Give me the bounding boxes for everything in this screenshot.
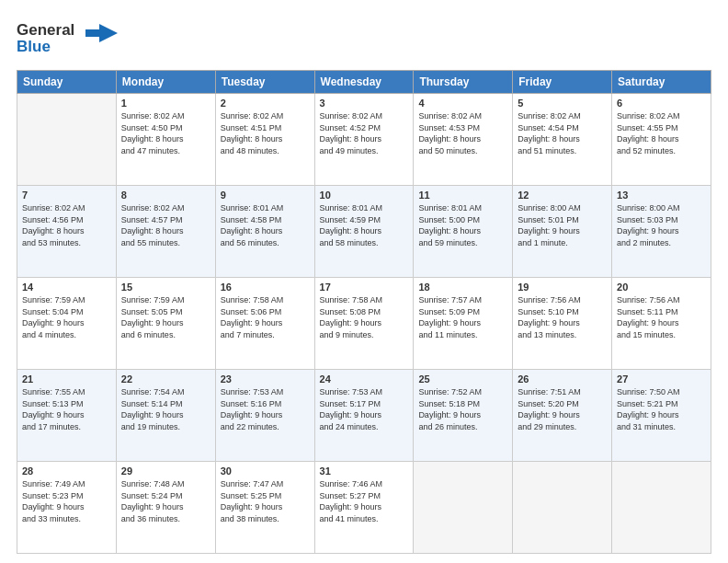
calendar-cell: 26Sunrise: 7:51 AMSunset: 5:20 PMDayligh… (513, 370, 612, 462)
calendar-cell: 29Sunrise: 7:48 AMSunset: 5:24 PMDayligh… (116, 462, 215, 554)
day-number: 6 (617, 98, 706, 109)
day-info: Sunrise: 8:02 AMSunset: 4:57 PMDaylight:… (121, 202, 210, 248)
calendar-cell: 24Sunrise: 7:53 AMSunset: 5:17 PMDayligh… (314, 370, 414, 462)
day-info: Sunrise: 7:49 AMSunset: 5:23 PMDaylight:… (22, 478, 111, 524)
day-info: Sunrise: 8:01 AMSunset: 4:58 PMDaylight:… (221, 202, 310, 248)
day-info: Sunrise: 7:56 AMSunset: 5:10 PMDaylight:… (518, 294, 607, 340)
day-info: Sunrise: 8:02 AMSunset: 4:52 PMDaylight:… (320, 110, 409, 156)
calendar-cell: 27Sunrise: 7:50 AMSunset: 5:21 PMDayligh… (612, 370, 711, 462)
day-number: 19 (518, 282, 607, 293)
day-number: 25 (418, 373, 507, 385)
day-number: 14 (22, 282, 111, 293)
weekday-header-friday: Friday (513, 71, 612, 94)
day-number: 5 (518, 98, 607, 109)
calendar-cell: 18Sunrise: 7:57 AMSunset: 5:09 PMDayligh… (414, 278, 513, 370)
day-number: 21 (22, 373, 111, 385)
calendar-table: SundayMondayTuesdayWednesdayThursdayFrid… (17, 70, 711, 554)
day-number: 12 (518, 190, 607, 201)
day-number: 20 (617, 282, 706, 293)
calendar-cell: 22Sunrise: 7:54 AMSunset: 5:14 PMDayligh… (116, 370, 215, 462)
calendar-cell: 17Sunrise: 7:58 AMSunset: 5:08 PMDayligh… (314, 278, 414, 370)
day-info: Sunrise: 8:00 AMSunset: 5:01 PMDaylight:… (518, 202, 607, 248)
day-info: Sunrise: 8:02 AMSunset: 4:55 PMDaylight:… (617, 110, 706, 156)
calendar-cell: 11Sunrise: 8:01 AMSunset: 5:00 PMDayligh… (414, 186, 513, 278)
logo-text: General Blue (17, 17, 118, 61)
header: General Blue (17, 17, 711, 61)
day-info: Sunrise: 8:00 AMSunset: 5:03 PMDaylight:… (617, 202, 706, 248)
day-number: 29 (121, 465, 210, 477)
calendar-cell: 31Sunrise: 7:46 AMSunset: 5:27 PMDayligh… (314, 462, 414, 554)
calendar-cell (513, 462, 612, 554)
calendar-cell: 5Sunrise: 8:02 AMSunset: 4:54 PMDaylight… (513, 94, 612, 186)
week-row-3: 14Sunrise: 7:59 AMSunset: 5:04 PMDayligh… (17, 278, 711, 370)
calendar-cell: 25Sunrise: 7:52 AMSunset: 5:18 PMDayligh… (414, 370, 513, 462)
week-row-4: 21Sunrise: 7:55 AMSunset: 5:13 PMDayligh… (17, 370, 711, 462)
calendar-cell: 23Sunrise: 7:53 AMSunset: 5:16 PMDayligh… (215, 370, 314, 462)
week-row-1: 1Sunrise: 8:02 AMSunset: 4:50 PMDaylight… (17, 94, 711, 186)
day-info: Sunrise: 8:01 AMSunset: 5:00 PMDaylight:… (418, 202, 507, 248)
calendar-cell: 9Sunrise: 8:01 AMSunset: 4:58 PMDaylight… (215, 186, 314, 278)
weekday-header-wednesday: Wednesday (314, 71, 414, 94)
calendar-cell: 14Sunrise: 7:59 AMSunset: 5:04 PMDayligh… (17, 278, 117, 370)
calendar-cell: 2Sunrise: 8:02 AMSunset: 4:51 PMDaylight… (215, 94, 314, 186)
page: General Blue SundayMondayTuesdayWednesda… (0, 0, 728, 563)
day-number: 18 (418, 282, 507, 293)
day-info: Sunrise: 7:59 AMSunset: 5:04 PMDaylight:… (22, 294, 111, 340)
day-info: Sunrise: 7:54 AMSunset: 5:14 PMDaylight:… (121, 386, 210, 432)
day-number: 1 (121, 98, 210, 109)
day-number: 9 (221, 190, 310, 201)
day-info: Sunrise: 7:50 AMSunset: 5:21 PMDaylight:… (617, 386, 706, 432)
day-number: 23 (221, 373, 310, 385)
calendar-cell (612, 462, 711, 554)
calendar-cell: 12Sunrise: 8:00 AMSunset: 5:01 PMDayligh… (513, 186, 612, 278)
svg-text:General: General (17, 21, 74, 39)
day-info: Sunrise: 7:53 AMSunset: 5:17 PMDaylight:… (320, 386, 409, 432)
calendar-cell (17, 94, 117, 186)
day-info: Sunrise: 7:52 AMSunset: 5:18 PMDaylight:… (418, 386, 507, 432)
day-number: 16 (221, 282, 310, 293)
day-info: Sunrise: 8:02 AMSunset: 4:50 PMDaylight:… (121, 110, 210, 156)
day-info: Sunrise: 8:02 AMSunset: 4:54 PMDaylight:… (518, 110, 607, 156)
day-number: 11 (418, 190, 507, 201)
calendar-cell: 6Sunrise: 8:02 AMSunset: 4:55 PMDaylight… (612, 94, 711, 186)
day-info: Sunrise: 7:58 AMSunset: 5:08 PMDaylight:… (320, 294, 409, 340)
day-info: Sunrise: 8:02 AMSunset: 4:56 PMDaylight:… (22, 202, 111, 248)
calendar-cell: 7Sunrise: 8:02 AMSunset: 4:56 PMDaylight… (17, 186, 117, 278)
day-number: 13 (617, 190, 706, 201)
day-info: Sunrise: 8:02 AMSunset: 4:53 PMDaylight:… (418, 110, 507, 156)
calendar-cell: 3Sunrise: 8:02 AMSunset: 4:52 PMDaylight… (314, 94, 414, 186)
day-number: 3 (320, 98, 409, 109)
day-number: 30 (221, 465, 310, 477)
day-number: 31 (320, 465, 409, 477)
calendar-cell: 30Sunrise: 7:47 AMSunset: 5:25 PMDayligh… (215, 462, 314, 554)
weekday-header-thursday: Thursday (414, 71, 513, 94)
day-number: 22 (121, 373, 210, 385)
day-info: Sunrise: 8:02 AMSunset: 4:51 PMDaylight:… (221, 110, 310, 156)
calendar-cell: 20Sunrise: 7:56 AMSunset: 5:11 PMDayligh… (612, 278, 711, 370)
calendar-cell: 16Sunrise: 7:58 AMSunset: 5:06 PMDayligh… (215, 278, 314, 370)
weekday-header-saturday: Saturday (612, 71, 711, 94)
weekday-header-tuesday: Tuesday (215, 71, 314, 94)
day-number: 7 (22, 190, 111, 201)
calendar-cell: 13Sunrise: 8:00 AMSunset: 5:03 PMDayligh… (612, 186, 711, 278)
day-number: 8 (121, 190, 210, 201)
calendar-cell: 4Sunrise: 8:02 AMSunset: 4:53 PMDaylight… (414, 94, 513, 186)
calendar-cell: 19Sunrise: 7:56 AMSunset: 5:10 PMDayligh… (513, 278, 612, 370)
weekday-header-monday: Monday (116, 71, 215, 94)
calendar-cell: 8Sunrise: 8:02 AMSunset: 4:57 PMDaylight… (116, 186, 215, 278)
day-info: Sunrise: 7:46 AMSunset: 5:27 PMDaylight:… (320, 478, 409, 524)
calendar-cell: 28Sunrise: 7:49 AMSunset: 5:23 PMDayligh… (17, 462, 117, 554)
svg-marker-2 (85, 24, 118, 42)
day-number: 28 (22, 465, 111, 477)
day-info: Sunrise: 7:51 AMSunset: 5:20 PMDaylight:… (518, 386, 607, 432)
svg-text:Blue: Blue (17, 38, 51, 55)
calendar-cell: 21Sunrise: 7:55 AMSunset: 5:13 PMDayligh… (17, 370, 117, 462)
day-info: Sunrise: 7:53 AMSunset: 5:16 PMDaylight:… (221, 386, 310, 432)
weekday-header-sunday: Sunday (17, 71, 117, 94)
day-number: 26 (518, 373, 607, 385)
week-row-2: 7Sunrise: 8:02 AMSunset: 4:56 PMDaylight… (17, 186, 711, 278)
calendar-cell: 1Sunrise: 8:02 AMSunset: 4:50 PMDaylight… (116, 94, 215, 186)
calendar-cell: 10Sunrise: 8:01 AMSunset: 4:59 PMDayligh… (314, 186, 414, 278)
weekday-header-row: SundayMondayTuesdayWednesdayThursdayFrid… (17, 71, 711, 94)
day-number: 17 (320, 282, 409, 293)
